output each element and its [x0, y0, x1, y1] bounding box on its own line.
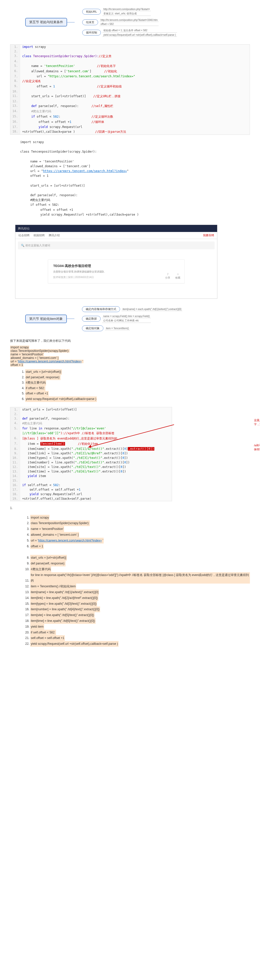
highlighted-code-block: import scrapy class TencentpositionSpide…	[10, 345, 250, 367]
mm-root: 第五节 初始与结束条件	[25, 18, 67, 27]
final-code-list: import scrapy class TencentpositionSpide…	[20, 515, 250, 647]
search-icon: 🔍	[21, 244, 24, 247]
annotation-1: 这里是之前的Item.py文件中的配置好的名字，这里我们直接调用存储爬取的数据	[253, 417, 260, 427]
url-link[interactable]: https://careers.tencent.com/search.html?…	[38, 539, 102, 542]
steps-list-1: start_urls = [url+str(offset)] def parse…	[15, 369, 250, 402]
search-box[interactable]: 🔍 请在这里输入关键词	[18, 242, 215, 249]
plain-code-1: import scrapy class TencenpositionSpider…	[20, 140, 250, 217]
share-icon[interactable]: ⤴分享	[165, 273, 170, 280]
url-link[interactable]: https://careers.tencent.com/search.html?…	[43, 169, 127, 173]
tab-title: 腾讯|职位	[18, 227, 30, 231]
job-meta: 技术研发类 | 深圳 | 2020年03月14日	[53, 275, 179, 279]
mm-node-loop: 循环控制	[82, 30, 101, 35]
menu-social[interactable]: 社会招聘	[18, 234, 30, 237]
list-number: 1.	[10, 506, 250, 510]
job-desc: 负责联合项目管理,协调资源组建联合宣讲团队	[53, 270, 179, 274]
browser-screenshot: 腾讯|职位 社会招聘 校园招聘 腾讯介绍 我要应聘 🔍 请在这里输入关键词 TE…	[15, 225, 217, 299]
menu-about[interactable]: 腾讯介绍	[49, 234, 60, 237]
menu-campus[interactable]: 校园招聘	[33, 234, 45, 237]
mm-node-url: 初始URL	[82, 9, 101, 14]
apply-button[interactable]: 我要应聘	[203, 234, 214, 237]
job-title: TEG04-高校合作项目经理	[53, 264, 179, 268]
mindmap-section-6: 第六节 初始化Item对象 确定内容集锦和存储方式 item[name] = e…	[25, 306, 260, 331]
mm-root: 第六节 初始化Item对象	[25, 315, 67, 323]
code-block-2: 1.start_urls = [url+str(offset)] 2. 3.de…	[10, 407, 172, 501]
code-block-1: 1.import scrapy 2. 3.class Tencenpositio…	[10, 45, 250, 135]
url-link[interactable]: https://careers.tencent.com/search.html?…	[18, 360, 81, 363]
annotation-2: /a和不/a这里是审查元素得到的如果是链接要保存到@href的格式	[253, 442, 260, 453]
mm-node-end: 结束页	[82, 19, 98, 25]
job-card[interactable]: TEG04-高校合作项目经理 负责联合项目管理,协调资源组建联合宣讲团队 技术研…	[48, 259, 185, 283]
paragraph-intro: 接下来就是编写脚本了，我们来分析以下代码	[10, 339, 250, 343]
fav-icon[interactable]: ☆收藏	[175, 273, 180, 280]
mindmap-section-5: 第五节 初始与结束条件 初始URL http://hr.tencent.com/…	[25, 8, 260, 37]
